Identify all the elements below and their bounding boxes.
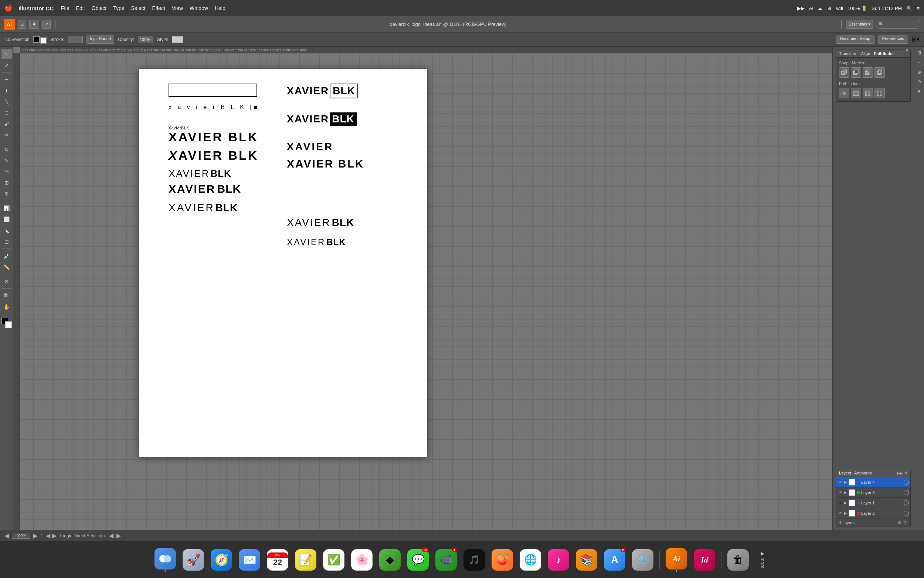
preferences-button[interactable]: Preferences	[878, 36, 908, 44]
artboard-nav-left[interactable]: ◀	[5, 532, 9, 539]
shape-mode-exclude[interactable]	[874, 67, 885, 78]
right-tool-3[interactable]: ⊕	[915, 68, 923, 76]
tool-select[interactable]: ↖	[2, 49, 12, 59]
layer-arrow-4[interactable]: ▶	[844, 480, 849, 484]
tool-pencil[interactable]: ✏	[2, 130, 12, 140]
dock-more[interactable]: ▶ more	[753, 547, 772, 573]
arrange-btn[interactable]: ⊞▾	[912, 36, 919, 43]
tool-free-transform[interactable]: ⊞	[2, 177, 12, 188]
tool-slice[interactable]: 🔪	[2, 225, 12, 235]
dock-flstudio[interactable]: 🎵	[461, 547, 487, 573]
menu-file[interactable]: File	[61, 5, 70, 11]
shape-mode-minus-front[interactable]	[851, 67, 861, 78]
stroke-color-swatch[interactable]	[40, 37, 47, 44]
layer-arrow-3[interactable]: ▶	[844, 490, 849, 494]
layers-expand-btn[interactable]: ▶▶	[897, 471, 903, 475]
tool-blend[interactable]: ⊗	[2, 276, 12, 287]
dock-launchpad[interactable]: 🚀	[180, 547, 206, 573]
layer-target-1[interactable]	[904, 500, 909, 505]
tool-hand[interactable]: ✋	[2, 302, 12, 312]
layer-visibility-1[interactable]: ◉	[838, 500, 843, 506]
canvas-area[interactable]: -432 -396 -360 -324 -288 -252 -216 -180 …	[13, 47, 832, 530]
right-tool-5[interactable]: ≡	[915, 87, 923, 96]
dock-notes[interactable]: 📝	[293, 547, 319, 573]
layer-row-2[interactable]: 👁 ▶ Layer 2	[836, 508, 910, 518]
toolbar-transform-btn[interactable]: ✦	[29, 20, 39, 29]
tool-scale[interactable]: ⤡	[2, 155, 12, 166]
dock-photos[interactable]: 🌸	[349, 547, 375, 573]
dock-calendar[interactable]: MAY 22	[265, 547, 291, 573]
layer-target-4[interactable]	[904, 480, 909, 485]
dock-sysprefs[interactable]: ⚙️	[630, 547, 656, 573]
menu-view[interactable]: View	[172, 5, 183, 11]
action-nav-left[interactable]: ◀	[109, 532, 113, 539]
layer-arrow-2[interactable]: ▶	[844, 511, 849, 515]
menu-type[interactable]: Type	[113, 5, 124, 11]
layer-target-3[interactable]	[904, 490, 909, 495]
tool-graph[interactable]: 📊	[2, 203, 12, 213]
tab-artboards[interactable]: Artboards	[854, 471, 872, 475]
dock-reminders[interactable]: ✅	[321, 547, 347, 573]
menu-window[interactable]: Window	[189, 5, 208, 11]
tool-warp[interactable]: 〜	[2, 166, 12, 177]
artboard-nav-right[interactable]: ▶	[33, 532, 38, 539]
tool-zoom[interactable]: 🔍	[2, 291, 12, 301]
dock-maps[interactable]: ◆	[377, 547, 403, 573]
pathfinder-btn-2[interactable]	[851, 88, 861, 98]
artboard-nav-arrows[interactable]: ◀ ▶	[46, 532, 56, 539]
tool-pen[interactable]: ✒	[2, 74, 12, 85]
layer-arrow-1[interactable]: ▶	[844, 501, 849, 505]
stroke-style-dropdown[interactable]: 5 pt. Round	[86, 36, 114, 44]
tool-symbol[interactable]: ※	[2, 188, 12, 199]
dock-peach[interactable]: 🍑	[489, 547, 515, 573]
color-fill-stroke[interactable]	[2, 318, 12, 328]
tool-rect[interactable]: □	[2, 108, 12, 118]
dock-trash[interactable]: 🗑	[725, 547, 751, 573]
dock-appstore[interactable]: A 2	[602, 547, 628, 573]
stroke-width-input[interactable]	[68, 36, 83, 43]
essentials-label[interactable]: Essentials ▾	[846, 20, 873, 29]
pathfinder-btn-3[interactable]	[863, 88, 873, 98]
menu-help[interactable]: Help	[215, 5, 225, 11]
toolbar-arrow-btn[interactable]: ↗	[42, 20, 51, 29]
pathfinder-btn-4[interactable]	[874, 88, 885, 98]
dock-messages[interactable]: 💬 33	[405, 547, 431, 573]
right-tool-1[interactable]: ⊞	[915, 49, 923, 57]
tool-direct-select[interactable]: ↗	[2, 60, 12, 70]
tool-eraser[interactable]: ◻	[2, 236, 12, 247]
action-nav-right[interactable]: ▶	[117, 532, 121, 539]
tool-line[interactable]: ╲	[2, 96, 12, 107]
layer-row-3[interactable]: 👁 ▶ Layer 3	[836, 487, 910, 498]
dock-safari[interactable]: 🧭	[209, 547, 234, 573]
tab-align[interactable]: Align	[861, 51, 870, 56]
tool-measure[interactable]: 📏	[2, 262, 12, 272]
menu-object[interactable]: Object	[92, 5, 107, 11]
tool-eyedropper[interactable]: 💉	[2, 251, 12, 261]
dock-illustrator[interactable]: Ai	[663, 547, 689, 573]
dock-music[interactable]: ♪	[545, 547, 571, 573]
tab-pathfinder[interactable]: Pathfinder	[874, 51, 894, 56]
right-tool-2[interactable]: ↔	[915, 58, 923, 67]
menu-effect[interactable]: Effect	[152, 5, 165, 11]
layers-close-btn[interactable]: ✕	[905, 471, 907, 475]
dock-indesign[interactable]: Id	[691, 547, 717, 573]
right-tool-4[interactable]: ⊙	[915, 78, 923, 86]
tool-paintbrush[interactable]: 🖌	[2, 119, 12, 129]
menu-right-bullets[interactable]: ≡	[917, 6, 919, 11]
layer-row-1[interactable]: ◉ ▶ Layer 1	[836, 498, 910, 508]
layer-target-2[interactable]	[904, 511, 909, 516]
menu-right-search[interactable]: 🔍	[906, 6, 912, 11]
pathfinder-btn-1[interactable]	[839, 88, 850, 98]
menu-edit[interactable]: Edit	[76, 5, 85, 11]
apple-logo-icon[interactable]: 🍎	[5, 4, 13, 12]
dock-mail[interactable]: ✉️	[236, 547, 262, 573]
menu-select[interactable]: Select	[131, 5, 146, 11]
layer-row-4[interactable]: 👁 ▶ Layer 4	[836, 477, 910, 487]
document-setup-button[interactable]: Document Setup	[836, 36, 874, 44]
shape-mode-intersect[interactable]	[863, 67, 873, 78]
layer-visibility-2[interactable]: 👁	[838, 510, 843, 516]
dock-facetime[interactable]: 📹 1	[433, 547, 459, 573]
tool-type[interactable]: T	[2, 85, 12, 96]
layer-visibility-4[interactable]: 👁	[838, 479, 843, 485]
zoom-level[interactable]: 100%	[12, 533, 30, 539]
